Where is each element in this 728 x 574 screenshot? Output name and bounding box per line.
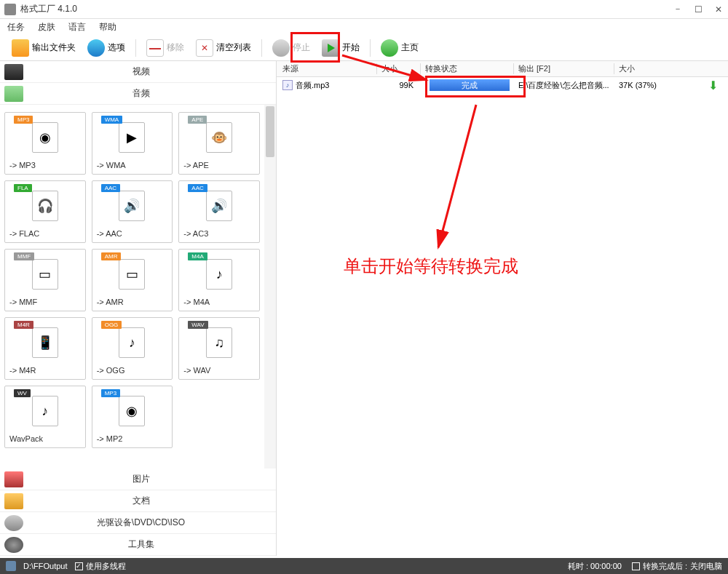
remove-button[interactable]: 移除: [142, 38, 189, 58]
output-folder-label: 输出文件夹: [32, 41, 76, 54]
task-row[interactable]: ♪ 音频.mp3 99K 完成 E:\百度经验\怎么把音频... 37K (37…: [277, 77, 728, 93]
category-audio-label: 音频: [28, 87, 276, 100]
category-video[interactable]: 视频: [0, 61, 276, 83]
stop-label: 停止: [293, 41, 310, 54]
format-visual: M4A ♪: [183, 254, 255, 295]
category-image-label: 图片: [28, 473, 276, 485]
window-title: 格式工厂 4.1.0: [20, 3, 673, 15]
format-tile-flac[interactable]: FLA 🎧 -> FLAC: [4, 180, 86, 243]
format-visual: WV ♪: [9, 391, 81, 431]
start-button[interactable]: 开始: [317, 38, 364, 58]
format-label: -> M4R: [9, 366, 81, 375]
category-disc-label: 光驱设备\DVD\CD\ISO: [28, 517, 276, 529]
sidebar: 视频 音频 MP3 ◉ -> MP3 WMA ▶ -> WMA APE 🐵 ->…: [0, 61, 277, 556]
format-visual: AMR ▭: [97, 254, 168, 295]
format-label: -> MP3: [9, 161, 81, 170]
menu-skin[interactable]: 皮肤: [38, 21, 55, 33]
after-action[interactable]: 关闭电脑: [690, 561, 722, 572]
format-page-icon: ◉: [119, 396, 145, 426]
row-output: E:\百度经验\怎么把音频...: [514, 80, 614, 91]
maximize-button[interactable]: ☐: [693, 4, 703, 15]
menu-help[interactable]: 帮助: [99, 21, 116, 33]
col-status[interactable]: 转换状态: [421, 63, 514, 74]
col-size[interactable]: 大小: [377, 63, 421, 74]
format-tile-wav[interactable]: WAV ♫ -> WAV: [178, 317, 260, 380]
clear-button[interactable]: 清空列表: [191, 38, 256, 58]
menu-task[interactable]: 任务: [7, 21, 25, 33]
menu-language[interactable]: 语言: [68, 21, 86, 33]
minimize-button[interactable]: －: [673, 4, 683, 15]
multithread-label: 使用多线程: [86, 561, 126, 572]
format-tile-wma[interactable]: WMA ▶ -> WMA: [92, 112, 173, 175]
scrollbar[interactable]: [264, 105, 276, 469]
format-page-icon: 🔊: [206, 191, 232, 221]
format-tile-ogg[interactable]: OGG ♪ -> OGG: [92, 317, 173, 380]
category-document[interactable]: 文档: [0, 490, 276, 512]
format-visual: AAC 🔊: [97, 186, 168, 226]
filename: 音频.mp3: [296, 80, 329, 91]
options-button[interactable]: 选项: [83, 38, 130, 58]
format-tile-ac3[interactable]: AAC 🔊 -> AC3: [178, 180, 260, 243]
options-label: 选项: [108, 41, 125, 54]
image-icon: [4, 471, 23, 487]
multithread-checkbox[interactable]: ✓: [75, 562, 83, 570]
category-tools[interactable]: 工具集: [0, 534, 276, 556]
format-page-icon: 🎧: [32, 191, 58, 221]
format-label: -> MMF: [9, 298, 81, 306]
output-path[interactable]: D:\FFOutput: [23, 562, 68, 570]
format-tile-mp3[interactable]: MP3 ◉ -> MP3: [4, 112, 86, 175]
format-tile-wavpack[interactable]: WV ♪ WavPack: [4, 386, 86, 448]
format-tile-mp2[interactable]: MP3 ◉ -> MP2: [92, 386, 173, 448]
format-visual: M4R 📱: [9, 322, 81, 363]
format-tile-m4a[interactable]: M4A ♪ -> M4A: [178, 249, 260, 311]
content-area: 来源 大小 转换状态 输出 [F2] 大小 ♪ 音频.mp3 99K 完成 E:…: [277, 61, 728, 556]
format-label: -> FLAC: [9, 229, 81, 238]
format-badge: M4A: [188, 252, 207, 260]
format-tile-amr[interactable]: AMR ▭ -> AMR: [92, 249, 173, 311]
format-label: -> WMA: [97, 161, 168, 170]
list-header: 来源 大小 转换状态 输出 [F2] 大小: [277, 61, 728, 77]
start-label: 开始: [342, 41, 360, 54]
format-label: -> AC3: [183, 229, 255, 238]
elapsed-label: 耗时 :: [568, 562, 588, 570]
format-tile-m4r[interactable]: M4R 📱 -> M4R: [4, 317, 86, 380]
category-image[interactable]: 图片: [0, 469, 276, 490]
col-source[interactable]: 来源: [277, 63, 377, 74]
stop-button[interactable]: 停止: [268, 38, 314, 58]
download-arrow-icon[interactable]: ⬇: [708, 79, 718, 92]
format-visual: AAC 🔊: [183, 186, 255, 226]
scroll-thumb[interactable]: [266, 106, 274, 157]
format-label: -> MP2: [97, 434, 168, 443]
output-folder-button[interactable]: 输出文件夹: [7, 38, 80, 58]
separator: [135, 39, 136, 57]
format-badge: M4R: [14, 321, 33, 329]
stop-icon: [272, 39, 290, 57]
format-page-icon: ♪: [32, 396, 58, 426]
format-visual: FLA 🎧: [9, 186, 81, 226]
format-page-icon: ▭: [32, 259, 58, 290]
format-visual: MP3 ◉: [97, 391, 168, 431]
folder-icon: [12, 39, 29, 57]
category-disc[interactable]: 光驱设备\DVD\CD\ISO: [0, 512, 276, 534]
format-page-icon: ▭: [119, 259, 145, 290]
elapsed-time: 00:00:00: [590, 562, 622, 570]
app-icon: [4, 4, 16, 15]
format-tile-mmf[interactable]: MMF ▭ -> MMF: [4, 249, 86, 311]
col-size2[interactable]: 大小: [614, 63, 702, 74]
category-document-label: 文档: [28, 495, 276, 507]
format-badge: APE: [188, 116, 207, 124]
folder-status-icon[interactable]: [6, 561, 16, 571]
col-output[interactable]: 输出 [F2]: [514, 63, 614, 74]
audio-file-icon: ♪: [282, 80, 293, 90]
home-button[interactable]: 主页: [376, 38, 423, 58]
format-label: -> APE: [183, 161, 255, 170]
format-tile-aac[interactable]: AAC 🔊 -> AAC: [92, 180, 173, 243]
separator: [261, 39, 262, 57]
format-tile-ape[interactable]: APE 🐵 -> APE: [178, 112, 260, 175]
remove-icon: [146, 39, 164, 57]
category-audio[interactable]: 音频: [0, 83, 276, 105]
after-checkbox[interactable]: [632, 562, 640, 570]
category-video-label: 视频: [28, 65, 276, 78]
close-button[interactable]: ✕: [713, 4, 724, 15]
audio-icon: [4, 86, 23, 102]
